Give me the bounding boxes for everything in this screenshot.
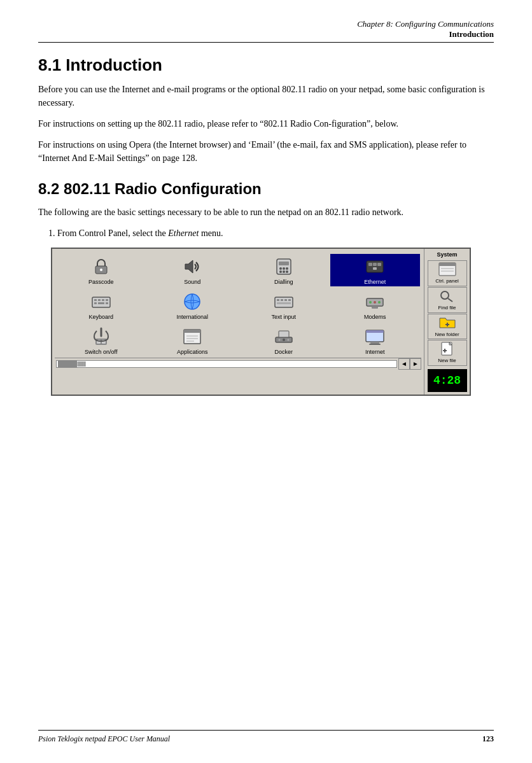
- sidebar-item-icon-3: [438, 342, 456, 358]
- icon-label-applications: Applications: [177, 349, 208, 355]
- numbered-list: From Control Panel, select the Ethernet …: [57, 227, 494, 240]
- svg-rect-18: [98, 299, 101, 301]
- icon-cell-sound[interactable]: Sound: [148, 254, 238, 286]
- section-82-heading: 8.2 802.11 Radio Configuration: [38, 180, 494, 198]
- section-81-para2: For instructions on setting up the 802.1…: [38, 117, 494, 130]
- sidebar-clock: 4:28: [428, 369, 467, 392]
- step1-text: From Control Panel, select the: [57, 228, 168, 238]
- svg-rect-13: [373, 263, 377, 266]
- svg-point-7: [286, 267, 288, 270]
- svg-rect-29: [288, 299, 291, 301]
- icon-label-sound: Sound: [184, 279, 200, 285]
- svg-point-57: [441, 291, 449, 299]
- svg-point-33: [374, 301, 376, 304]
- icon-img-internet: [363, 325, 386, 348]
- sidebar-item-new-file[interactable]: New file: [428, 340, 467, 366]
- svg-rect-22: [98, 302, 104, 304]
- icon-label-keyboard: Keyboard: [88, 314, 113, 320]
- icon-img-dialling: [272, 255, 295, 278]
- svg-rect-12: [368, 263, 372, 266]
- scroll-left-arrow[interactable]: ◄: [398, 358, 410, 370]
- page-container: Chapter 8: Configuring Communications In…: [0, 0, 532, 763]
- sidebar-item-new-folder[interactable]: New folder: [428, 314, 467, 340]
- sidebar-item-label-3: New file: [438, 358, 456, 364]
- icon-cell-internet[interactable]: Internet: [330, 324, 421, 356]
- header-section: Introduction: [38, 29, 494, 39]
- svg-point-24: [185, 294, 200, 309]
- icon-label-internet: Internet: [365, 349, 385, 355]
- icon-img-passcode: [90, 255, 113, 278]
- icon-cell-dialling[interactable]: Dialling: [239, 254, 329, 286]
- page-footer: Psion Teklogix netpad EPOC User Manual 1…: [38, 730, 494, 744]
- svg-rect-11: [367, 261, 383, 272]
- svg-rect-27: [281, 299, 283, 301]
- svg-point-10: [286, 270, 288, 273]
- scroll-arrows: ◄ ►: [398, 358, 421, 370]
- scroll-right-arrow[interactable]: ►: [410, 358, 421, 370]
- screen-sidebar: System Ctrl. panelFind fileNew folderNew…: [424, 249, 470, 395]
- scrollbar-thumb: [58, 361, 77, 367]
- svg-rect-28: [284, 299, 287, 301]
- icon-img-docker: [272, 325, 295, 348]
- svg-rect-30: [277, 302, 291, 304]
- svg-rect-17: [94, 299, 97, 301]
- icon-label-passcode: Passcode: [88, 279, 114, 285]
- svg-point-8: [279, 270, 282, 273]
- svg-point-9: [283, 270, 285, 273]
- svg-rect-50: [366, 330, 384, 333]
- footer-right: 123: [482, 734, 494, 744]
- screen-main: PasscodeSoundDiallingEthernetKeyboardInt…: [52, 249, 424, 395]
- svg-rect-51: [370, 342, 379, 344]
- icon-label-dialling: Dialling: [274, 279, 293, 285]
- svg-rect-45: [279, 331, 289, 337]
- svg-rect-54: [439, 263, 456, 266]
- section-81-para3: For instructions on using Opera (the Int…: [38, 138, 494, 165]
- svg-point-48: [287, 339, 289, 341]
- sidebar-item-icon-1: [438, 289, 456, 305]
- icon-cell-ethernet[interactable]: Ethernet: [330, 254, 421, 286]
- scrollbar-text: ||||||||||||||||||||||: [77, 361, 85, 367]
- icon-cell-modems[interactable]: Modems: [330, 289, 421, 321]
- svg-point-47: [278, 339, 280, 341]
- scrollbar-track[interactable]: ||||||||||||||||||||||: [56, 360, 397, 368]
- icon-img-applications: [181, 325, 204, 348]
- section-81-heading: 8.1 Introduction: [38, 55, 494, 75]
- icon-label-switch-on/off: Switch on/off: [85, 349, 117, 355]
- sidebar-item-icon-0: [438, 262, 456, 279]
- icon-cell-passcode[interactable]: Passcode: [56, 254, 146, 286]
- screen-scrollbar: |||||||||||||||||||||| ◄ ►: [55, 358, 421, 369]
- icon-img-text-input: [272, 290, 295, 313]
- icon-cell-applications[interactable]: Applications: [148, 324, 238, 356]
- page-header: Chapter 8: Configuring Communications In…: [38, 19, 494, 43]
- screenshot-container: PasscodeSoundDiallingEthernetKeyboardInt…: [51, 248, 471, 396]
- icon-img-international: [181, 290, 204, 313]
- icon-cell-switch-on/off[interactable]: Switch on/off: [56, 324, 146, 356]
- svg-rect-19: [102, 299, 104, 301]
- svg-rect-14: [377, 263, 381, 266]
- icon-cell-docker[interactable]: Docker: [239, 324, 329, 356]
- svg-rect-35: [372, 306, 378, 309]
- icon-cell-international[interactable]: International: [148, 289, 238, 321]
- icon-img-modems: [363, 290, 386, 313]
- svg-point-32: [369, 301, 372, 304]
- sidebar-item-label-2: New folder: [435, 332, 459, 338]
- svg-line-58: [448, 298, 452, 302]
- sidebar-item-ctrl-panel[interactable]: Ctrl. panel: [428, 260, 467, 286]
- icon-img-switch-on/off: [90, 325, 113, 348]
- svg-marker-2: [185, 260, 193, 273]
- icon-label-docker: Docker: [274, 349, 293, 355]
- sidebar-items-container: Ctrl. panelFind fileNew folderNew file: [428, 260, 467, 367]
- svg-rect-4: [279, 262, 289, 265]
- icon-cell-keyboard[interactable]: Keyboard: [56, 289, 146, 321]
- sidebar-item-icon-2: [438, 316, 456, 332]
- svg-rect-23: [106, 302, 108, 304]
- sidebar-item-find-file[interactable]: Find file: [428, 287, 467, 313]
- svg-point-6: [283, 267, 285, 270]
- svg-rect-40: [184, 330, 200, 333]
- icon-cell-text-input[interactable]: Text input: [239, 289, 329, 321]
- icon-img-ethernet: [363, 255, 386, 278]
- icon-img-sound: [181, 255, 204, 278]
- icon-label-ethernet: Ethernet: [364, 279, 386, 285]
- svg-point-34: [378, 301, 381, 304]
- section-82-para1: The following are the basic settings nec…: [38, 206, 494, 219]
